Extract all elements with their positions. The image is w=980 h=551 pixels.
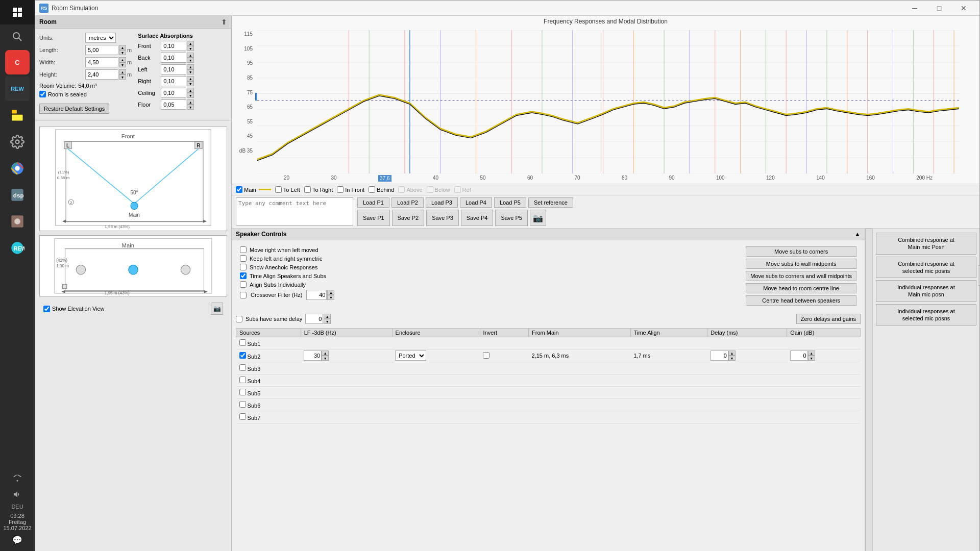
sub2-enclosure-select[interactable]: Ported Sealed <box>395 350 426 361</box>
same-delay-checkbox[interactable] <box>236 316 242 322</box>
comment-textarea[interactable] <box>236 197 353 226</box>
opt1-checkbox[interactable] <box>240 246 247 253</box>
load-p5-button[interactable]: Load P5 <box>494 197 526 208</box>
same-delay-down-btn[interactable]: ▼ <box>324 319 331 324</box>
above-check-label[interactable]: Above <box>398 186 422 193</box>
save-p4-button[interactable]: Save P4 <box>461 210 494 226</box>
sub7-checkbox[interactable] <box>239 413 246 420</box>
sub2-invert-checkbox[interactable] <box>483 352 489 359</box>
collapse-speaker-button[interactable]: ▲ <box>854 231 861 238</box>
sub2-gain-up[interactable]: ▲ <box>808 350 815 356</box>
opt3-checkbox[interactable] <box>240 264 247 270</box>
surface-right-up[interactable]: ▲ <box>187 76 194 81</box>
move-subs-midpoints-btn[interactable]: Move subs to wall midpoints <box>746 259 856 269</box>
sub2-delay-down[interactable]: ▼ <box>728 356 736 361</box>
surface-left-input[interactable] <box>161 64 186 74</box>
search-icon[interactable] <box>0 24 35 49</box>
same-delay-up-btn[interactable]: ▲ <box>324 314 331 319</box>
sub4-checkbox[interactable] <box>239 377 246 383</box>
snapshot-button[interactable]: 📷 <box>530 210 546 226</box>
load-p2-button[interactable]: Load P2 <box>391 197 424 208</box>
taskbar-app2-icon[interactable]: dsp <box>5 183 30 207</box>
surface-ceiling-down[interactable]: ▼ <box>187 93 194 98</box>
sub2-gain-down[interactable]: ▼ <box>808 356 815 361</box>
in-front-checkbox[interactable] <box>337 186 344 193</box>
save-p3-button[interactable]: Save P3 <box>426 210 459 226</box>
sub6-checkbox[interactable] <box>239 401 246 408</box>
minimize-button[interactable]: ─ <box>903 1 926 16</box>
restore-defaults-button[interactable]: Restore Default Settings <box>39 104 109 114</box>
load-p3-button[interactable]: Load P3 <box>426 197 458 208</box>
surface-front-up[interactable]: ▲ <box>187 41 194 46</box>
crossover-up-btn[interactable]: ▲ <box>327 290 334 295</box>
main-check-label[interactable]: Main <box>236 186 271 193</box>
width-up-btn[interactable]: ▲ <box>119 57 126 62</box>
surface-back-up[interactable]: ▲ <box>187 53 194 58</box>
to-right-check-label[interactable]: To Right <box>304 186 333 193</box>
centre-head-speakers-btn[interactable]: Centre head between speakers <box>746 295 856 306</box>
sub2-lf-up[interactable]: ▲ <box>322 350 329 356</box>
surface-floor-down[interactable]: ▼ <box>187 105 194 110</box>
sub2-lf-input[interactable] <box>304 350 322 361</box>
notification-icon[interactable]: 💬 <box>10 533 24 547</box>
surface-back-input[interactable] <box>161 53 186 63</box>
sub2-delay-input[interactable] <box>710 350 728 361</box>
below-check-label[interactable]: Below <box>427 186 450 193</box>
opt2-checkbox[interactable] <box>240 255 247 262</box>
sub2-checkbox[interactable] <box>239 352 246 359</box>
to-left-checkbox[interactable] <box>275 186 282 193</box>
set-reference-button[interactable]: Set reference <box>528 197 573 208</box>
sub5-checkbox[interactable] <box>239 389 246 395</box>
length-down-btn[interactable]: ▼ <box>119 50 126 55</box>
move-subs-corners-midpoints-btn[interactable]: Move subs to corners and wall midpoints <box>746 271 856 281</box>
combined-main-posn-btn[interactable]: Combined response atMain mic Posn <box>876 233 976 255</box>
opt6-checkbox[interactable] <box>240 292 247 298</box>
taskbar-app3-icon[interactable] <box>5 209 30 234</box>
maximize-button[interactable]: □ <box>927 1 951 16</box>
save-p5-button[interactable]: Save P5 <box>495 210 528 226</box>
surface-floor-input[interactable] <box>161 99 186 110</box>
taskbar-chrome-icon[interactable] <box>5 156 30 181</box>
start-button[interactable] <box>0 0 35 24</box>
sub2-delay-up[interactable]: ▲ <box>728 350 736 356</box>
surface-ceiling-up[interactable]: ▲ <box>187 88 194 93</box>
individual-selected-posns-btn[interactable]: Individual responses atselected mic posn… <box>876 304 976 326</box>
crossover-down-btn[interactable]: ▼ <box>327 295 334 300</box>
in-front-check-label[interactable]: In Front <box>337 186 364 193</box>
width-input[interactable] <box>85 57 118 67</box>
close-button[interactable]: ✕ <box>952 1 975 16</box>
panel-scrollbar[interactable] <box>865 229 872 551</box>
surface-right-input[interactable] <box>161 76 186 86</box>
frequency-chart-svg[interactable] <box>257 30 959 173</box>
height-input[interactable] <box>85 69 118 80</box>
opt4-checkbox[interactable] <box>240 272 247 279</box>
surface-front-input[interactable] <box>161 41 186 51</box>
ref-check-label[interactable]: Ref <box>454 186 471 193</box>
individual-main-posn-btn[interactable]: Individual responses atMain mic posn <box>876 280 976 302</box>
main-checkbox[interactable] <box>236 186 242 193</box>
load-p1-button[interactable]: Load P1 <box>357 197 389 208</box>
taskbar-rew-icon[interactable]: C <box>5 50 30 74</box>
surface-left-down[interactable]: ▼ <box>187 69 194 74</box>
height-down-btn[interactable]: ▼ <box>119 74 126 80</box>
sub2-lf-down[interactable]: ▼ <box>322 356 329 361</box>
surface-back-down[interactable]: ▼ <box>187 58 194 63</box>
height-up-btn[interactable]: ▲ <box>119 69 126 74</box>
length-input[interactable] <box>85 45 118 55</box>
to-left-check-label[interactable]: To Left <box>275 186 300 193</box>
save-p2-button[interactable]: Save P2 <box>392 210 425 226</box>
to-right-checkbox[interactable] <box>304 186 311 193</box>
crossover-input[interactable] <box>306 290 327 300</box>
show-elevation-checkbox[interactable] <box>43 306 50 312</box>
surface-right-down[interactable]: ▼ <box>187 81 194 86</box>
surface-ceiling-input[interactable] <box>161 88 186 98</box>
sub1-checkbox[interactable] <box>239 339 246 346</box>
surface-front-down[interactable]: ▼ <box>187 46 194 51</box>
load-p4-button[interactable]: Load P4 <box>460 197 492 208</box>
taskbar-files-icon[interactable] <box>5 103 30 128</box>
behind-check-label[interactable]: Behind <box>369 186 394 193</box>
length-up-btn[interactable]: ▲ <box>119 45 126 50</box>
move-head-centre-btn[interactable]: Move head to room centre line <box>746 283 856 293</box>
surface-left-up[interactable]: ▲ <box>187 64 194 69</box>
surface-floor-up[interactable]: ▲ <box>187 99 194 105</box>
